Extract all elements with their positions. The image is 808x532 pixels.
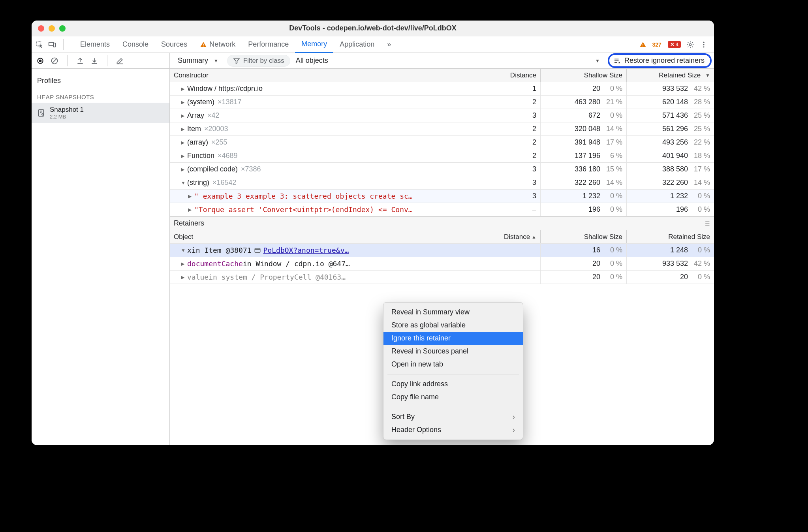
titlebar[interactable]: DevTools - codepen.io/web-dot-dev/live/P… <box>32 21 714 36</box>
filter-input[interactable]: Filter by class <box>227 55 290 67</box>
disclosure-icon[interactable]: ▶ <box>188 207 192 212</box>
chevron-right-icon: › <box>513 413 515 421</box>
col-object[interactable]: Object <box>170 230 493 243</box>
svg-point-8 <box>703 41 704 43</box>
tab-memory[interactable]: Memory <box>295 36 333 53</box>
maximize-window-button[interactable] <box>59 25 66 32</box>
warning-count[interactable]: 327 <box>652 41 661 48</box>
col-shallow[interactable]: Shallow Size <box>540 230 626 243</box>
disclosure-icon[interactable]: ▶ <box>181 167 185 172</box>
table-row[interactable]: ▶"Torque assert 'Convert<uintptr>(endInd… <box>170 203 714 216</box>
right-status: 327 ✕ 4 <box>639 36 710 53</box>
menu-item[interactable]: Copy link address <box>383 378 523 391</box>
warning-icon[interactable] <box>639 41 646 48</box>
minimize-window-button[interactable] <box>49 25 55 32</box>
chevron-right-icon: › <box>513 426 515 434</box>
gear-icon[interactable] <box>686 41 694 49</box>
profiles-sidebar: Profiles HEAP SNAPSHOTS Snapshot 1 2.2 M… <box>32 69 170 445</box>
table-row[interactable]: ▶(compiled code)×73863336 18015 %388 580… <box>170 163 714 176</box>
disclosure-icon[interactable]: ▼ <box>181 180 185 186</box>
disclosure-icon[interactable]: ▼ <box>181 248 185 253</box>
svg-rect-1 <box>49 42 54 45</box>
menu-item[interactable]: Reveal in Summary view <box>383 306 523 319</box>
sort-desc-icon: ▼ <box>705 73 710 78</box>
disclosure-icon[interactable]: ▶ <box>181 86 185 92</box>
record-icon[interactable] <box>36 57 44 65</box>
error-badge[interactable]: ✕ 4 <box>668 41 681 48</box>
disclosure-icon[interactable]: ▶ <box>181 274 185 280</box>
svg-rect-3 <box>203 43 204 45</box>
retainers-section-header[interactable]: Retainers ☰ <box>170 216 714 230</box>
warning-icon <box>200 41 207 48</box>
menu-item[interactable]: Header Options› <box>383 423 523 436</box>
retainers-header-row: Object Distance ▲ Shallow Size Retained … <box>170 230 714 244</box>
snapshot-item[interactable]: Snapshot 1 2.2 MB <box>32 103 169 123</box>
disclosure-icon[interactable]: ▶ <box>181 153 185 159</box>
context-menu[interactable]: Reveal in Summary viewStore as global va… <box>383 302 523 440</box>
table-row[interactable]: ▶Item×200032320 04814 %561 29625 % <box>170 122 714 136</box>
inspect-tools <box>36 36 74 53</box>
table-row[interactable]: ▼(string)×165423322 26014 %322 26014 % <box>170 176 714 190</box>
table-row[interactable]: ▶value in system / PropertyCell @40163…2… <box>170 271 714 284</box>
inspect-element-icon[interactable] <box>36 41 43 49</box>
device-toolbar-icon[interactable] <box>48 41 56 49</box>
menu-item[interactable]: Sort By› <box>383 410 523 423</box>
svg-rect-4 <box>203 46 204 47</box>
menu-item[interactable]: Open in new tab <box>383 358 523 371</box>
table-row[interactable]: ▶(system)×138172463 28021 %620 14828 % <box>170 96 714 109</box>
table-row[interactable]: ▶Array×4236720 %571 43625 % <box>170 109 714 122</box>
menu-separator <box>387 374 519 374</box>
grid-header-row: Constructor Distance Shallow Size Retain… <box>170 69 714 82</box>
hamburger-icon[interactable]: ☰ <box>705 220 710 227</box>
tab-elements[interactable]: Elements <box>74 36 116 53</box>
table-row[interactable]: ▼x in Item @38071 PoLdbOX?anon=true&v…16… <box>170 244 714 257</box>
col-distance[interactable]: Distance <box>493 69 540 82</box>
snapshot-size: 2.2 MB <box>50 114 84 120</box>
col-retained[interactable]: Retained Size ▼ <box>626 69 714 82</box>
clear-icon[interactable] <box>51 57 58 65</box>
menu-separator <box>387 407 519 407</box>
object-filter-select[interactable]: All objects <box>296 56 328 65</box>
svg-point-16 <box>42 113 43 115</box>
tab-performance[interactable]: Performance <box>242 36 295 53</box>
download-icon[interactable] <box>90 57 98 65</box>
tab-application[interactable]: Application <box>333 36 381 53</box>
col-retained[interactable]: Retained Size <box>626 230 714 243</box>
col-shallow[interactable]: Shallow Size <box>540 69 626 82</box>
main-tabstrip: ElementsConsoleSourcesNetworkPerformance… <box>32 36 714 53</box>
disclosure-icon[interactable]: ▶ <box>181 261 185 267</box>
table-row[interactable]: ▶documentCache in Window / cdpn.io @647…… <box>170 257 714 271</box>
delete-icon[interactable] <box>116 57 124 65</box>
col-constructor[interactable]: Constructor <box>170 69 493 82</box>
tab-network[interactable]: Network <box>194 36 242 53</box>
svg-point-12 <box>39 59 42 62</box>
disclosure-icon[interactable]: ▶ <box>181 126 185 132</box>
disclosure-icon[interactable]: ▶ <box>181 113 185 118</box>
source-link[interactable]: PoLdbOX?anon=true&v… <box>263 246 349 254</box>
sort-asc-icon: ▲ <box>532 234 536 240</box>
menu-item[interactable]: Store as global variable <box>383 319 523 332</box>
tab-console[interactable]: Console <box>116 36 155 53</box>
chevron-down-icon: ▼ <box>214 58 218 64</box>
close-window-button[interactable] <box>38 25 44 32</box>
kebab-menu-icon[interactable] <box>700 41 708 49</box>
snapshot-name: Snapshot 1 <box>50 106 84 114</box>
table-row[interactable]: ▶Window / https://cdpn.io1200 %933 53242… <box>170 82 714 96</box>
disclosure-icon[interactable]: ▶ <box>188 194 192 199</box>
upload-icon[interactable] <box>76 57 84 65</box>
svg-rect-2 <box>53 43 55 47</box>
table-row[interactable]: ▶Function×46892137 1966 %401 94018 % <box>170 149 714 163</box>
disclosure-icon[interactable]: ▶ <box>181 100 185 105</box>
snapshot-icon <box>37 109 46 117</box>
menu-item[interactable]: Copy file name <box>383 391 523 404</box>
more-tabs-button[interactable]: » <box>381 36 397 53</box>
menu-item[interactable]: Reveal in Sources panel <box>383 345 523 358</box>
col-distance[interactable]: Distance ▲ <box>493 230 540 243</box>
table-row[interactable]: ▶" example 3 example 3: scattered object… <box>170 190 714 203</box>
table-row[interactable]: ▶(array)×2552391 94817 %493 25622 % <box>170 136 714 149</box>
tab-sources[interactable]: Sources <box>155 36 194 53</box>
disclosure-icon[interactable]: ▶ <box>181 140 185 145</box>
menu-item[interactable]: Ignore this retainer <box>383 332 523 345</box>
view-select[interactable]: Summary ▼ <box>175 55 222 66</box>
restore-ignored-retainers-button[interactable]: Restore ignored retainers <box>608 53 712 68</box>
